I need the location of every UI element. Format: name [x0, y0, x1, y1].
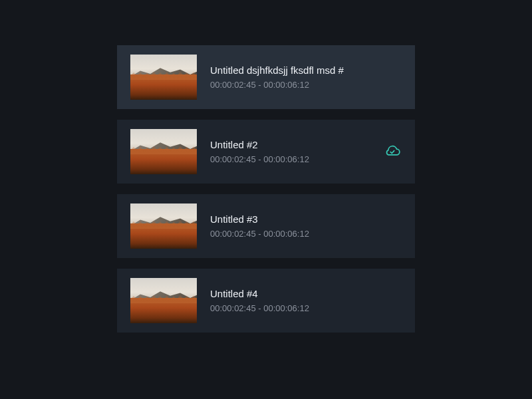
clip-item[interactable]: Untitled #4 00:00:02:45 - 00:00:06:12 — [117, 269, 415, 332]
clip-title: Untitled dsjhfkdsjj fksdfl msd # — [210, 65, 402, 76]
clip-title: Untitled #2 — [210, 139, 370, 150]
clip-timecode: 00:00:02:45 - 00:00:06:12 — [210, 80, 402, 90]
clip-timecode: 00:00:02:45 - 00:00:06:12 — [210, 154, 370, 164]
clip-thumbnail — [130, 129, 197, 174]
clip-timecode: 00:00:02:45 - 00:00:06:12 — [210, 303, 402, 313]
clip-text-block: Untitled #3 00:00:02:45 - 00:00:06:12 — [210, 213, 402, 239]
cloud-synced-icon — [383, 142, 402, 161]
clip-thumbnail — [130, 203, 197, 249]
clip-item[interactable]: Untitled #2 00:00:02:45 - 00:00:06:12 — [117, 120, 415, 184]
clip-text-block: Untitled #2 00:00:02:45 - 00:00:06:12 — [210, 139, 370, 164]
clip-title: Untitled #4 — [210, 288, 402, 299]
clip-text-block: Untitled dsjhfkdsjj fksdfl msd # 00:00:0… — [210, 65, 402, 90]
clip-thumbnail — [130, 278, 197, 323]
clip-title: Untitled #3 — [210, 213, 402, 225]
clip-item[interactable]: Untitled #3 00:00:02:45 - 00:00:06:12 — [117, 194, 415, 258]
clip-timecode: 00:00:02:45 - 00:00:06:12 — [210, 229, 402, 239]
clip-item[interactable]: Untitled dsjhfkdsjj fksdfl msd # 00:00:0… — [117, 45, 415, 109]
clip-thumbnail — [130, 55, 197, 100]
clip-text-block: Untitled #4 00:00:02:45 - 00:00:06:12 — [210, 288, 402, 313]
